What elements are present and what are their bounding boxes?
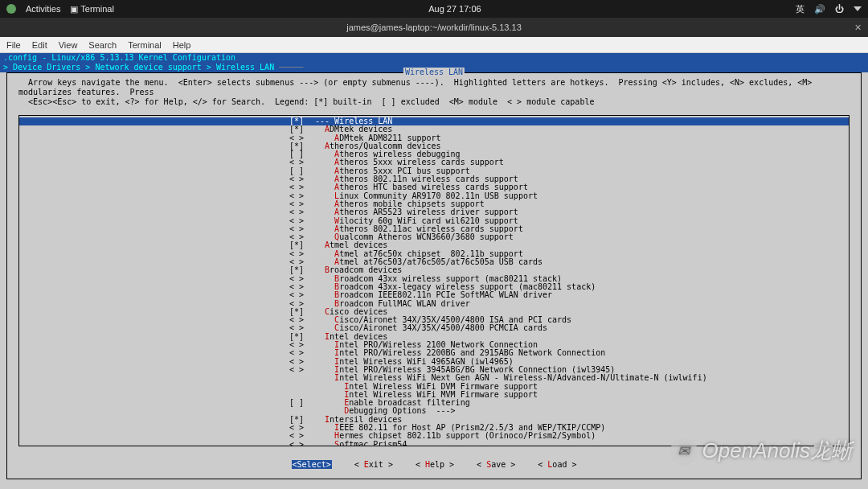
menu-item[interactable]: < > Qualcomm Atheros WCN3660/3680 suppor… — [19, 233, 849, 241]
menu-file[interactable]: File — [6, 40, 21, 50]
terminal-menu-bar: File Edit View Search Terminal Help — [0, 37, 868, 53]
terminal-viewport: .config - Linux/x86 5.13.13 Kernel Confi… — [0, 53, 868, 489]
kconfig-dialog: Wireless LAN Arrow keys navigate the men… — [6, 72, 862, 479]
dialog-button[interactable]: < Load > — [538, 460, 576, 469]
input-lang[interactable]: 英 — [796, 3, 805, 15]
volume-icon[interactable]: 🔊 — [814, 4, 825, 14]
window-close-icon[interactable]: ✕ — [854, 23, 862, 33]
help-text: Arrow keys navigate the menu. <Enter> se… — [7, 73, 861, 112]
watermark: ✉ OpenAnolis龙蜥 — [670, 437, 852, 465]
activities-icon[interactable] — [6, 4, 16, 14]
dialog-button[interactable]: <Select> — [292, 460, 332, 469]
menu-view[interactable]: View — [59, 40, 78, 50]
menu-search[interactable]: Search — [88, 40, 117, 50]
window-title-bar: james@james-laptop:~/workdir/linux-5.13.… — [0, 18, 868, 37]
dialog-button[interactable]: < Save > — [477, 460, 515, 469]
menu-edit[interactable]: Edit — [32, 40, 47, 50]
dialog-button[interactable]: < Help > — [416, 460, 454, 469]
activities-label[interactable]: Activities — [26, 4, 60, 14]
menu-list[interactable]: [*]--- Wireless LAN[*] ADMtek devices< >… — [19, 116, 849, 446]
power-icon[interactable]: ⏻ — [835, 4, 844, 14]
menu-help[interactable]: Help — [173, 40, 191, 50]
clock[interactable]: Aug 27 17:06 — [428, 4, 481, 14]
menu-item[interactable]: < > Broadcom FullMAC WLAN driver — [19, 300, 849, 308]
dialog-title: Wireless LAN — [403, 68, 465, 76]
gnome-top-bar: Activities ▣ Terminal Aug 27 17:06 英 🔊 ⏻ — [0, 0, 868, 18]
menu-item[interactable]: Intel Wireless WiFi Next Gen AGN - Wirel… — [19, 374, 849, 382]
menu-item[interactable]: < > Atmel at76c503/at76c505/at76c505a US… — [19, 258, 849, 266]
menu-item[interactable]: < > Cisco/Aironet 34X/35X/4500/4800 PCMC… — [19, 324, 849, 332]
wechat-icon: ✉ — [670, 438, 698, 465]
menu-list-box: [*]--- Wireless LAN[*] ADMtek devices< >… — [18, 115, 850, 446]
window-title: james@james-laptop:~/workdir/linux-5.13.… — [346, 23, 522, 32]
menu-item[interactable]: [*]--- Wireless LAN — [19, 117, 849, 125]
status-menu-icon[interactable] — [854, 5, 862, 13]
kconfig-header: .config - Linux/x86 5.13.13 Kernel Confi… — [0, 53, 868, 63]
menu-item[interactable]: Debugging Options ---> — [19, 407, 849, 415]
menu-item[interactable]: < > Broadcom IEEE802.11n PCIe SoftMAC WL… — [19, 291, 849, 299]
app-menu[interactable]: ▣ Terminal — [70, 4, 113, 14]
menu-terminal[interactable]: Terminal — [128, 40, 162, 50]
svg-marker-0 — [854, 6, 862, 11]
dialog-button[interactable]: < Exit > — [354, 460, 393, 469]
